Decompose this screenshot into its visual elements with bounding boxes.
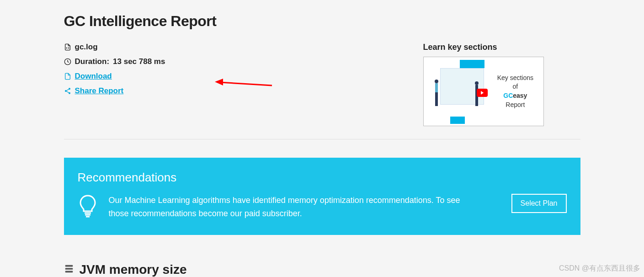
thumb-line2: of (513, 82, 518, 91)
svg-point-3 (69, 92, 70, 94)
video-thumb-text: Key sections of GCeasy Report (487, 57, 543, 126)
file-row: gc.log (64, 43, 165, 52)
duration-label: Duration: (75, 57, 110, 66)
svg-rect-10 (435, 92, 438, 106)
share-row[interactable]: Share Report (64, 86, 165, 96)
thumb-line1: Key sections (497, 74, 533, 83)
file-name: gc.log (75, 43, 98, 52)
recommendations-text: Our Machine Learning algorithms have ide… (109, 194, 470, 220)
jvm-title: JVM memory size (80, 262, 187, 277)
arrow-annotation-icon (215, 79, 274, 92)
svg-rect-9 (435, 83, 438, 92)
thumb-line4: Report (506, 101, 525, 110)
download-link[interactable]: Download (75, 72, 112, 81)
file-code-icon (64, 43, 71, 51)
thumb-line3: GCeasy (503, 91, 527, 101)
select-plan-button[interactable]: Select Plan (511, 194, 567, 213)
svg-rect-19 (65, 271, 73, 272)
svg-line-6 (219, 82, 272, 85)
duration-row: Duration: 13 sec 788 ms (64, 57, 165, 66)
share-icon (64, 87, 71, 95)
svg-point-8 (435, 80, 438, 83)
recommendations-panel: Recommendations Our Machine Learning alg… (64, 158, 580, 235)
jvm-section: JVM memory size (64, 262, 580, 277)
duration-value: 13 sec 788 ms (113, 57, 165, 66)
svg-line-5 (66, 91, 69, 93)
pdf-icon (64, 73, 71, 80)
svg-point-2 (65, 90, 67, 92)
watermark: CSDN @有点东西且很多 (559, 264, 640, 273)
info-block: gc.log Duration: 13 sec 788 ms (64, 43, 165, 96)
clock-icon (64, 58, 71, 65)
download-row[interactable]: Download (64, 72, 165, 81)
lightbulb-icon (78, 194, 98, 219)
page-title: GC Intelligence Report (64, 13, 580, 30)
play-icon (477, 89, 488, 97)
stack-icon (64, 264, 74, 276)
svg-marker-7 (215, 79, 223, 85)
learn-title: Learn key sections (423, 43, 544, 52)
video-thumbnail[interactable]: Key sections of GCeasy Report (423, 57, 544, 126)
recommendations-title: Recommendations (78, 170, 567, 185)
divider (64, 139, 580, 139)
svg-line-4 (66, 89, 69, 91)
svg-point-1 (69, 88, 70, 90)
svg-rect-18 (65, 268, 73, 270)
learn-section: Learn key sections Key sections of GCeas… (423, 43, 544, 126)
top-section: gc.log Duration: 13 sec 788 ms (64, 43, 580, 126)
svg-point-11 (475, 81, 479, 85)
share-link[interactable]: Share Report (75, 86, 124, 96)
svg-rect-17 (65, 265, 73, 266)
